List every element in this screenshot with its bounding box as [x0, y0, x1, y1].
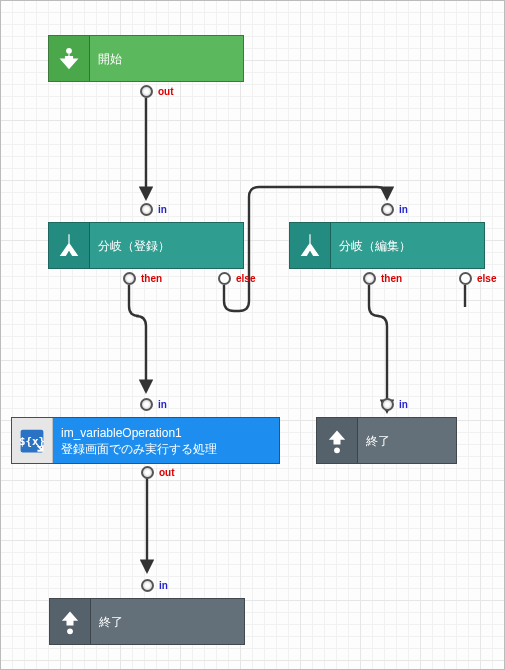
variable-icon: ${x}: [12, 418, 53, 463]
port-label-out-2: out: [159, 467, 175, 478]
port-label-out: out: [158, 86, 174, 97]
port-label-in-2: in: [399, 204, 408, 215]
branch-icon: [49, 223, 90, 268]
branch-edit-label-cell: 分岐（編集）: [331, 223, 484, 268]
variable-operation-node[interactable]: ${x} im_variableOperation1 登録画面でのみ実行する処理: [11, 417, 280, 464]
port-label-in-4: in: [159, 580, 168, 591]
end-icon: [317, 418, 358, 463]
port-start-out[interactable]: [140, 85, 153, 98]
port-action-out[interactable]: [141, 466, 154, 479]
port-branchedit-in[interactable]: [381, 203, 394, 216]
svg-text:${x}: ${x}: [19, 435, 45, 448]
start-node[interactable]: 開始: [48, 35, 244, 82]
port-action-in[interactable]: [140, 398, 153, 411]
end-label-cell-1: 終了: [91, 599, 244, 644]
port-branchreg-else[interactable]: [218, 272, 231, 285]
branch-edit-node[interactable]: 分岐（編集）: [289, 222, 485, 269]
flow-canvas[interactable]: 開始 out 分岐（登録） in then else 分岐（編集） in the…: [0, 0, 505, 670]
port-label-in-3: in: [158, 399, 167, 410]
port-label-then: then: [141, 273, 162, 284]
port-end1-in[interactable]: [141, 579, 154, 592]
action-subtitle: 登録画面でのみ実行する処理: [61, 441, 217, 457]
start-label: 開始: [98, 51, 122, 67]
port-label-then-2: then: [381, 273, 402, 284]
port-label-in-5: in: [399, 399, 408, 410]
start-icon: [49, 36, 90, 81]
branch-register-label: 分岐（登録）: [98, 238, 170, 254]
port-branchedit-then[interactable]: [363, 272, 376, 285]
end-node-1[interactable]: 終了: [49, 598, 245, 645]
action-label-cell: im_variableOperation1 登録画面でのみ実行する処理: [53, 418, 279, 463]
end-label-cell-2: 終了: [358, 418, 456, 463]
wires-layer: [1, 1, 505, 670]
branch-icon: [290, 223, 331, 268]
branch-register-label-cell: 分岐（登録）: [90, 223, 243, 268]
port-label-in: in: [158, 204, 167, 215]
end-node-2[interactable]: 終了: [316, 417, 457, 464]
branch-register-node[interactable]: 分岐（登録）: [48, 222, 244, 269]
port-branchreg-in[interactable]: [140, 203, 153, 216]
port-label-else-2: else: [477, 273, 496, 284]
action-title: im_variableOperation1: [61, 425, 182, 441]
branch-edit-label: 分岐（編集）: [339, 238, 411, 254]
port-branchreg-then[interactable]: [123, 272, 136, 285]
svg-point-4: [334, 447, 340, 453]
port-branchedit-else[interactable]: [459, 272, 472, 285]
svg-point-3: [67, 628, 73, 634]
end-icon: [50, 599, 91, 644]
start-label-cell: 開始: [90, 36, 243, 81]
end-label-2: 終了: [366, 433, 390, 449]
end-label-1: 終了: [99, 614, 123, 630]
port-end2-in[interactable]: [381, 398, 394, 411]
svg-point-0: [66, 47, 72, 53]
port-label-else: else: [236, 273, 255, 284]
